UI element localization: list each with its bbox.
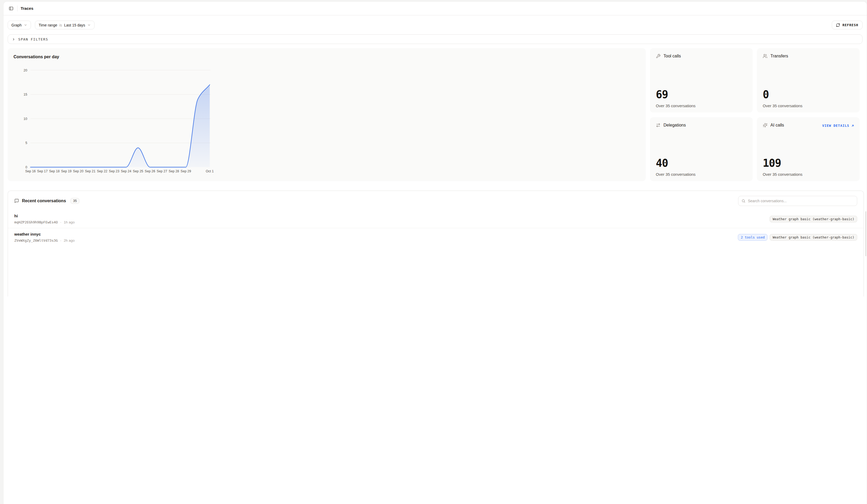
- svg-text:Sep 20: Sep 20: [73, 169, 84, 173]
- conversation-info: hi mqHZP2EGh9h9BpFEwEs4O · 1h ago: [14, 214, 75, 224]
- recent-conversations-card: Recent conversations 35 hi mqHZP2EGh9h9B…: [8, 191, 434, 252]
- conversation-title: hi: [14, 214, 75, 218]
- conversation-row[interactable]: hi mqHZP2EGh9h9BpFEwEs4O · 1h ago Weathe…: [8, 210, 434, 228]
- conversation-title: weather innyc: [14, 232, 75, 236]
- conversation-meta: mqHZP2EGh9h9BpFEwEs4O · 1h ago: [14, 220, 75, 224]
- meta-separator: ·: [60, 238, 61, 243]
- sidebar-toggle-button[interactable]: [7, 4, 15, 12]
- view-mode-label: Graph: [11, 23, 22, 27]
- conversations-chart-card: Conversations per day 05101520Sep 16Sep …: [8, 48, 434, 181]
- svg-text:0: 0: [25, 165, 27, 169]
- view-mode-dropdown[interactable]: Graph: [8, 21, 31, 29]
- header: Traces: [3, 2, 434, 15]
- svg-text:Sep 21: Sep 21: [85, 169, 96, 173]
- conversation-meta: ZVeWXgZy_Z6WltVd73s3G · 2h ago: [14, 238, 75, 243]
- svg-text:Sep 26: Sep 26: [145, 169, 156, 173]
- conversation-count-badge: 35: [71, 198, 79, 204]
- chevron-right-icon: [12, 37, 15, 41]
- svg-text:Sep 16: Sep 16: [25, 169, 36, 173]
- conversation-time: 1h ago: [64, 220, 75, 224]
- main-content-panel: Traces Graph Time range is Last 15 days …: [3, 1, 434, 252]
- dashboard-grid: Conversations per day 05101520Sep 16Sep …: [8, 48, 434, 181]
- meta-separator: ·: [60, 220, 61, 224]
- span-filters-label: SPAN FILTERS: [18, 37, 48, 41]
- chevron-down-icon: [24, 23, 27, 27]
- svg-text:20: 20: [23, 68, 27, 72]
- svg-text:15: 15: [23, 93, 27, 96]
- conversation-time: 2h ago: [64, 238, 75, 243]
- svg-text:Sep 22: Sep 22: [97, 169, 107, 173]
- conversation-id: mqHZP2EGh9h9BpFEwEs4O: [14, 220, 58, 224]
- conversations-chart: 05101520Sep 16Sep 17Sep 18Sep 19Sep 20Se…: [8, 64, 217, 175]
- svg-text:Sep 27: Sep 27: [157, 169, 167, 173]
- conversation-info: weather innyc ZVeWXgZy_Z6WltVd73s3G · 2h…: [14, 232, 75, 243]
- svg-text:Sep 19: Sep 19: [61, 169, 72, 173]
- recent-conversations-title: Recent conversations: [22, 199, 66, 203]
- conversation-row[interactable]: weather innyc ZVeWXgZy_Z6WltVd73s3G · 2h…: [8, 228, 434, 246]
- page-title: Traces: [21, 6, 33, 11]
- conversation-id: ZVeWXgZy_Z6WltVd73s3G: [14, 238, 58, 243]
- panel-left-icon: [9, 6, 13, 11]
- header-divider: [17, 6, 18, 11]
- svg-text:10: 10: [23, 117, 27, 121]
- time-range-value: Last 15 days: [64, 23, 85, 27]
- svg-text:Sep 18: Sep 18: [49, 169, 60, 173]
- chat-bubble-icon: [14, 199, 19, 203]
- svg-text:Sep 17: Sep 17: [37, 169, 47, 173]
- svg-text:Sep 25: Sep 25: [133, 169, 143, 173]
- svg-text:Sep 28: Sep 28: [169, 169, 179, 173]
- recent-conversations-header: Recent conversations 35: [8, 191, 434, 210]
- time-range-field: Time range: [39, 23, 57, 27]
- svg-text:5: 5: [25, 141, 27, 145]
- svg-text:Sep 24: Sep 24: [121, 169, 131, 173]
- span-filters-toggle[interactable]: SPAN FILTERS: [8, 34, 434, 44]
- time-range-operator: is: [59, 23, 62, 27]
- toolbar: Graph Time range is Last 15 days REFRESH: [8, 21, 434, 29]
- chart-title: Conversations per day: [13, 55, 59, 59]
- svg-text:Oct 1: Oct 1: [206, 169, 214, 173]
- chevron-down-icon: [87, 23, 91, 27]
- time-range-filter[interactable]: Time range is Last 15 days: [35, 21, 95, 29]
- svg-text:Sep 29: Sep 29: [181, 169, 191, 173]
- svg-text:Sep 23: Sep 23: [109, 169, 119, 173]
